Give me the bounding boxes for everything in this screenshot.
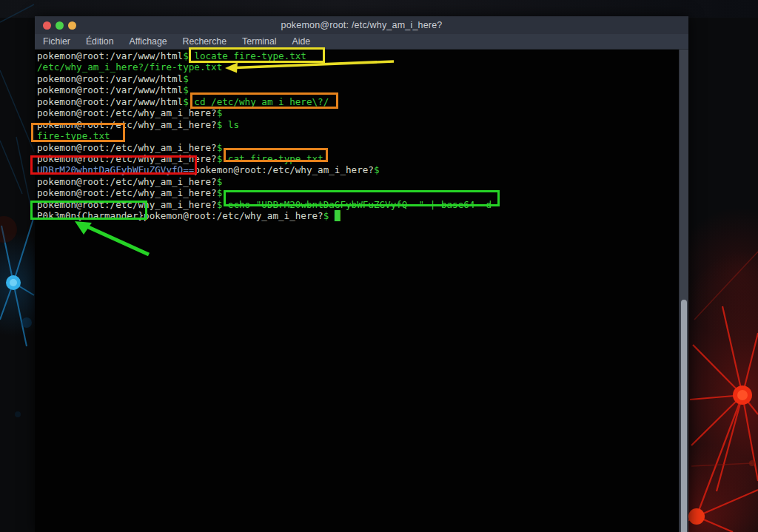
terminal-line: pokemon@root:/var/www/html$ cd /etc/why_…: [37, 96, 678, 107]
terminal-line: pokemon@root:/etc/why_am_i_here?$ echo "…: [37, 199, 678, 210]
terminal-window: pokemon@root: /etc/why_am_i_here? Fichie…: [35, 16, 688, 532]
menu-item-fichier[interactable]: Fichier: [43, 36, 70, 47]
menu-item-affichage[interactable]: Affichage: [130, 36, 167, 47]
menu-item-terminal[interactable]: Terminal: [242, 36, 276, 47]
terminal-line: pokemon@root:/etc/why_am_i_here?$ ls: [37, 119, 678, 130]
terminal-line: fire-type.txt: [37, 130, 678, 141]
desktop: { "window": { "title": "pokemon@root: /e…: [0, 0, 758, 532]
menu-item-aide[interactable]: Aide: [292, 36, 311, 47]
terminal-line: UDBrM20wbntDaGFybWFuZGVyfQ==pokemon@root…: [37, 164, 678, 175]
menu-bar: FichierÉditionAffichageRechercheTerminal…: [35, 34, 688, 50]
window-titlebar[interactable]: pokemon@root: /etc/why_am_i_here?: [35, 16, 688, 34]
terminal-line: pokemon@root:/etc/why_am_i_here?$ cat fi…: [37, 153, 678, 164]
menu-item-recherche[interactable]: Recherche: [183, 36, 227, 47]
scrollbar-thumb[interactable]: [681, 300, 687, 532]
wallpaper-top-strip: [0, 0, 758, 18]
window-title: pokemon@root: /etc/why_am_i_here?: [35, 20, 688, 30]
terminal-line: pokemon@root:/etc/why_am_i_here?$: [37, 107, 678, 118]
terminal-line: pokemon@root:/etc/why_am_i_here?$: [37, 176, 678, 187]
terminal-line: pokemon@root:/var/www/html$: [37, 84, 678, 95]
terminal-content[interactable]: pokemon@root:/var/www/html$ locate fire-…: [35, 50, 688, 532]
terminal-line: P0k3m0n{Charmander}pokemon@root:/etc/why…: [37, 210, 678, 221]
terminal-line: /etc/why_am_i_here?/fire-type.txt: [37, 61, 678, 73]
terminal-line: pokemon@root:/etc/why_am_i_here?$: [37, 187, 678, 198]
menu-item-dition[interactable]: Édition: [86, 36, 114, 47]
terminal-line: pokemon@root:/var/www/html$: [37, 73, 678, 84]
terminal-line: pokemon@root:/var/www/html$ locate fire-…: [37, 50, 678, 61]
terminal-line: pokemon@root:/etc/why_am_i_here?$: [37, 142, 678, 153]
terminal-output: pokemon@root:/var/www/html$ locate fire-…: [37, 50, 678, 222]
scrollbar-track[interactable]: [679, 50, 688, 532]
